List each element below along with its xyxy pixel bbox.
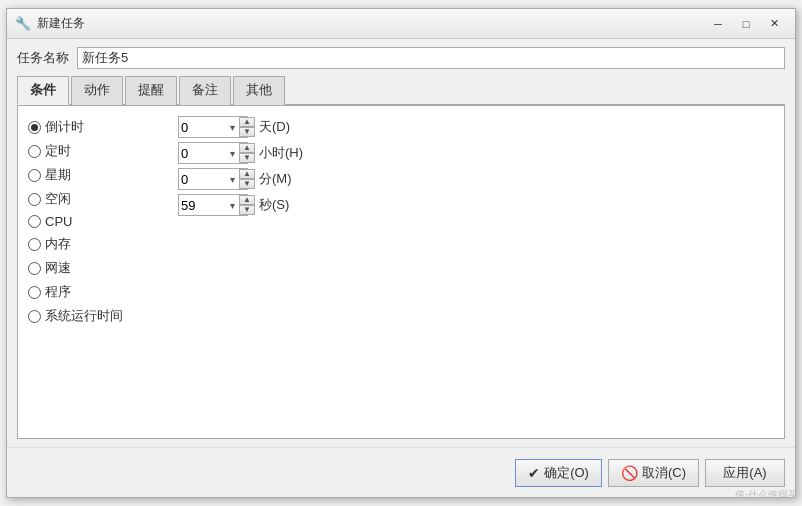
spin-up-minutes[interactable]: ▲ — [239, 169, 255, 179]
watermark: 值·什么值得买 — [735, 488, 798, 502]
minimize-button[interactable]: ─ — [705, 14, 731, 34]
radio-circle-idle — [28, 193, 41, 206]
radio-uptime[interactable]: 系统运行时间 — [28, 307, 168, 325]
radio-label-weekday: 星期 — [45, 166, 71, 184]
title-bar: 🔧 新建任务 ─ □ ✕ — [7, 9, 795, 39]
time-select-minutes[interactable]: 0123 — [178, 168, 248, 190]
radio-weekday[interactable]: 星期 — [28, 166, 168, 184]
close-button[interactable]: ✕ — [761, 14, 787, 34]
radio-label-memory: 内存 — [45, 235, 71, 253]
task-name-row: 任务名称 — [17, 47, 785, 69]
tab-conditions[interactable]: 条件 — [17, 76, 69, 105]
radio-cpu[interactable]: CPU — [28, 214, 168, 229]
spin-down-days[interactable]: ▼ — [239, 127, 255, 137]
select-wrapper-minutes: 0123 ▾ — [178, 168, 235, 190]
select-wrapper-hours: 0123 ▾ — [178, 142, 235, 164]
window-controls: ─ □ ✕ — [705, 14, 787, 34]
maximize-button[interactable]: □ — [733, 14, 759, 34]
radio-circle-memory — [28, 238, 41, 251]
radio-label-timer: 定时 — [45, 142, 71, 160]
radio-label-countdown: 倒计时 — [45, 118, 84, 136]
spin-down-hours[interactable]: ▼ — [239, 153, 255, 163]
radio-circle-cpu — [28, 215, 41, 228]
spinbox-seconds: ▲ ▼ — [239, 195, 255, 215]
main-window: 🔧 新建任务 ─ □ ✕ 任务名称 条件 动作 提醒 备注 其他 — [6, 8, 796, 498]
spinbox-days: ▲ ▼ — [239, 117, 255, 137]
cancel-button[interactable]: 🚫 取消(C) — [608, 459, 699, 487]
bottom-bar: ✔ 确定(O) 🚫 取消(C) 应用(A) — [7, 447, 795, 497]
select-wrapper-seconds: 590130 ▾ — [178, 194, 235, 216]
time-select-seconds[interactable]: 590130 — [178, 194, 248, 216]
conditions-right-panel: 0123 ▾ ▲ ▼ 天(D) — [168, 116, 774, 428]
radio-label-idle: 空闲 — [45, 190, 71, 208]
checkmark-icon: ✔ — [528, 465, 540, 481]
tab-reminders[interactable]: 提醒 — [125, 76, 177, 105]
spin-down-seconds[interactable]: ▼ — [239, 205, 255, 215]
apply-button[interactable]: 应用(A) — [705, 459, 785, 487]
tabs-bar: 条件 动作 提醒 备注 其他 — [17, 75, 785, 106]
spinbox-minutes: ▲ ▼ — [239, 169, 255, 189]
radio-circle-uptime — [28, 310, 41, 323]
task-name-label: 任务名称 — [17, 49, 69, 67]
spin-up-seconds[interactable]: ▲ — [239, 195, 255, 205]
time-row-days: 0123 ▾ ▲ ▼ 天(D) — [178, 116, 774, 138]
radio-idle[interactable]: 空闲 — [28, 190, 168, 208]
cancel-button-label: 取消(C) — [642, 464, 686, 482]
time-row-seconds: 590130 ▾ ▲ ▼ 秒(S) — [178, 194, 774, 216]
radio-circle-network — [28, 262, 41, 275]
time-unit-days: 天(D) — [259, 118, 290, 136]
ok-button-label: 确定(O) — [544, 464, 589, 482]
radio-countdown[interactable]: 倒计时 — [28, 118, 168, 136]
radio-circle-program — [28, 286, 41, 299]
tab-actions[interactable]: 动作 — [71, 76, 123, 105]
tabs-container: 条件 动作 提醒 备注 其他 倒计时 定时 — [17, 75, 785, 439]
radio-label-cpu: CPU — [45, 214, 72, 229]
content-area: 任务名称 条件 动作 提醒 备注 其他 倒计时 — [7, 39, 795, 447]
radio-timer[interactable]: 定时 — [28, 142, 168, 160]
spin-up-hours[interactable]: ▲ — [239, 143, 255, 153]
task-name-input[interactable] — [77, 47, 785, 69]
time-row-minutes: 0123 ▾ ▲ ▼ 分(M) — [178, 168, 774, 190]
spin-down-minutes[interactable]: ▼ — [239, 179, 255, 189]
radio-circle-timer — [28, 145, 41, 158]
radio-circle-countdown — [28, 121, 41, 134]
radio-program[interactable]: 程序 — [28, 283, 168, 301]
time-row-hours: 0123 ▾ ▲ ▼ 小时(H) — [178, 142, 774, 164]
window-title: 新建任务 — [37, 15, 705, 32]
time-unit-minutes: 分(M) — [259, 170, 292, 188]
conditions-left-panel: 倒计时 定时 星期 空闲 — [28, 116, 168, 428]
apply-button-label: 应用(A) — [723, 464, 766, 482]
spin-up-days[interactable]: ▲ — [239, 117, 255, 127]
tab-other[interactable]: 其他 — [233, 76, 285, 105]
time-select-hours[interactable]: 0123 — [178, 142, 248, 164]
cancel-icon: 🚫 — [621, 465, 638, 481]
tab-notes[interactable]: 备注 — [179, 76, 231, 105]
spinbox-hours: ▲ ▼ — [239, 143, 255, 163]
ok-button[interactable]: ✔ 确定(O) — [515, 459, 602, 487]
time-unit-seconds: 秒(S) — [259, 196, 289, 214]
tab-content-inner: 倒计时 定时 星期 空闲 — [28, 116, 774, 428]
radio-label-uptime: 系统运行时间 — [45, 307, 123, 325]
time-unit-hours: 小时(H) — [259, 144, 303, 162]
radio-network[interactable]: 网速 — [28, 259, 168, 277]
select-wrapper-days: 0123 ▾ — [178, 116, 235, 138]
radio-memory[interactable]: 内存 — [28, 235, 168, 253]
window-icon: 🔧 — [15, 16, 31, 32]
radio-label-program: 程序 — [45, 283, 71, 301]
radio-circle-weekday — [28, 169, 41, 182]
time-select-days[interactable]: 0123 — [178, 116, 248, 138]
radio-label-network: 网速 — [45, 259, 71, 277]
tab-content-conditions: 倒计时 定时 星期 空闲 — [17, 106, 785, 439]
